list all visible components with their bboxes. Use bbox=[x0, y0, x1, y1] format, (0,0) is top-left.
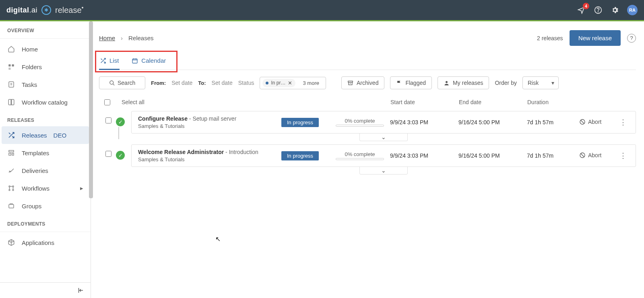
breadcrumb-current: Releases bbox=[128, 35, 154, 41]
abort-button[interactable]: Abort bbox=[579, 119, 601, 125]
chevron-down-icon: ⌄ bbox=[381, 134, 386, 140]
workflow-icon bbox=[7, 185, 15, 192]
search-icon bbox=[109, 80, 115, 86]
svg-rect-6 bbox=[9, 150, 14, 152]
duration: 7d 1h 57m bbox=[527, 152, 579, 159]
to-label: To: bbox=[198, 80, 206, 86]
row-checkbox[interactable] bbox=[105, 117, 111, 123]
abort-icon bbox=[579, 119, 586, 125]
view-tabs: List Calendar bbox=[99, 53, 636, 70]
start-date: 9/9/24 3:03 PM bbox=[390, 152, 458, 159]
top-bar: digital.ai ✱ release 4 RA bbox=[0, 0, 644, 20]
chevron-right-icon: ▸ bbox=[80, 185, 83, 192]
progress-bar bbox=[336, 125, 384, 127]
svg-point-1 bbox=[598, 12, 599, 12]
svg-rect-14 bbox=[132, 59, 137, 63]
breadcrumb-home[interactable]: Home bbox=[99, 35, 115, 41]
status-filter[interactable]: In pr… ✕ 3 more bbox=[260, 77, 326, 89]
expand-row-button[interactable]: ⌄ bbox=[359, 167, 408, 175]
sidebar-section-deployments: DEPLOYMENTS bbox=[0, 215, 91, 230]
sidebar-item-deliveries[interactable]: Deliveries bbox=[0, 162, 91, 179]
col-end-date: End date bbox=[459, 99, 527, 105]
tasks-icon bbox=[7, 81, 15, 88]
row-menu-button[interactable]: ⋮ bbox=[619, 118, 627, 126]
sidebar-section-releases: RELEASES bbox=[0, 111, 91, 126]
more-filters-label[interactable]: 3 more bbox=[299, 80, 323, 86]
sidebar-item-workflow-catalog[interactable]: Workflow catalog bbox=[0, 93, 91, 111]
sidebar-item-templates[interactable]: Templates bbox=[0, 144, 91, 162]
status-ok-icon: ✓ bbox=[116, 151, 125, 160]
sidebar-item-applications[interactable]: Applications bbox=[0, 234, 91, 251]
tab-list[interactable]: List bbox=[99, 53, 120, 70]
release-subtitle: - Introduction bbox=[224, 149, 258, 155]
from-date-picker[interactable]: Set date bbox=[171, 80, 192, 86]
svg-rect-3 bbox=[12, 64, 14, 66]
flagged-filter-button[interactable]: Flagged bbox=[390, 76, 432, 89]
book-icon bbox=[7, 99, 15, 106]
status-chip-text: In pr… bbox=[271, 80, 285, 86]
progress-bar bbox=[336, 158, 384, 160]
notification-badge: 4 bbox=[583, 3, 589, 9]
sidebar-item-label: Folders bbox=[22, 64, 42, 70]
help-button[interactable] bbox=[593, 5, 603, 15]
select-all-label: Select all bbox=[122, 99, 144, 105]
tab-calendar[interactable]: Calendar bbox=[131, 53, 167, 70]
new-release-button[interactable]: New release bbox=[570, 30, 621, 46]
svg-point-17 bbox=[446, 81, 448, 83]
main-content: Home › Releases 2 releases New release ?… bbox=[91, 21, 644, 298]
order-by-select[interactable]: Risk bbox=[522, 76, 559, 89]
chevron-down-icon: ⌄ bbox=[381, 167, 386, 174]
status-ok-icon: ✓ bbox=[116, 117, 125, 126]
order-by-label: Order by bbox=[495, 80, 516, 86]
brand: digital.ai ✱ release bbox=[6, 5, 83, 15]
search-button[interactable]: Search bbox=[99, 76, 145, 89]
release-folder[interactable]: Samples & Tutorials bbox=[138, 123, 281, 129]
svg-point-12 bbox=[12, 189, 14, 191]
tab-label: Calendar bbox=[141, 57, 166, 64]
sidebar-item-label: Templates bbox=[22, 150, 49, 156]
end-date: 9/16/24 5:00 PM bbox=[458, 152, 527, 159]
remove-chip-button[interactable]: ✕ bbox=[288, 80, 292, 86]
sidebar-item-label: Tasks bbox=[22, 81, 37, 88]
col-start-date: Start date bbox=[390, 99, 459, 105]
settings-button[interactable] bbox=[610, 5, 620, 15]
release-subtitle: - Setup mail server bbox=[188, 115, 236, 122]
collapse-sidebar-button[interactable] bbox=[77, 287, 84, 294]
my-releases-filter-button[interactable]: My releases bbox=[438, 76, 489, 89]
sidebar-item-workflows[interactable]: Workflows ▸ bbox=[0, 179, 91, 197]
svg-rect-4 bbox=[8, 68, 10, 70]
user-avatar[interactable]: RA bbox=[627, 5, 638, 15]
notifications-button[interactable]: 4 bbox=[576, 5, 586, 15]
expand-row-button[interactable]: ⌄ bbox=[359, 134, 408, 141]
product-icon: ✱ bbox=[41, 5, 51, 15]
release-folder[interactable]: Samples & Tutorials bbox=[138, 156, 281, 162]
select-all-checkbox[interactable] bbox=[104, 99, 110, 105]
page-help-button[interactable]: ? bbox=[627, 34, 636, 43]
sidebar-item-folders[interactable]: Folders bbox=[0, 58, 91, 76]
sidebar-item-groups[interactable]: Groups bbox=[0, 197, 91, 215]
row-checkbox[interactable] bbox=[105, 151, 111, 157]
release-title[interactable]: Welcome Release Administrator bbox=[138, 149, 224, 155]
sidebar-section-overview: OVERVIEW bbox=[0, 21, 91, 37]
sidebar-item-tasks[interactable]: Tasks bbox=[0, 76, 91, 93]
sidebar-item-label: Workflow catalog bbox=[22, 99, 68, 106]
svg-rect-16 bbox=[348, 81, 353, 82]
progress-label: 0% complete bbox=[330, 118, 390, 124]
abort-button[interactable]: Abort bbox=[579, 152, 601, 158]
archive-icon bbox=[347, 80, 353, 86]
sidebar-item-home[interactable]: Home bbox=[0, 40, 91, 58]
status-dot-icon bbox=[266, 82, 268, 84]
col-duration: Duration bbox=[527, 99, 580, 105]
filter-bar: Search From: Set date To: Set date Statu… bbox=[99, 70, 636, 96]
table-header: Select all Start date End date Duration bbox=[99, 96, 636, 111]
sidebar-item-releases[interactable]: Releases DEO bbox=[2, 126, 89, 144]
archived-filter-button[interactable]: Archived bbox=[341, 76, 384, 89]
progress-label: 0% complete bbox=[330, 151, 390, 157]
svg-rect-13 bbox=[9, 204, 14, 208]
release-title[interactable]: Configure Release bbox=[138, 115, 188, 122]
status-chip: In pr… ✕ bbox=[262, 79, 295, 87]
row-menu-button[interactable]: ⋮ bbox=[619, 152, 627, 160]
to-date-picker[interactable]: Set date bbox=[212, 80, 233, 86]
connector-line bbox=[118, 127, 119, 139]
breadcrumb: Home › Releases bbox=[99, 35, 154, 41]
